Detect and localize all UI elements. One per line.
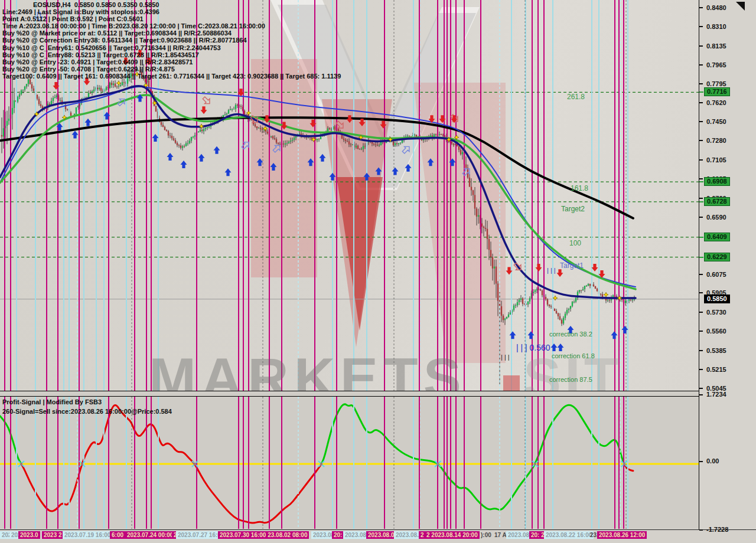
price-tick-label: 0.8480	[706, 4, 726, 11]
symbol-ohlc-line: EOSUSD,H4 0.5850 0.5850 0.5350 0.5850	[33, 1, 341, 8]
watermark-red-block	[503, 375, 520, 391]
entry-line-2: Buy %20 @ Correction Entry38: 0.5611344 …	[2, 37, 341, 44]
price-level-badge: 0.6409	[704, 233, 730, 241]
level-tick-mark	[699, 237, 703, 238]
price-tick-mark	[699, 178, 703, 179]
indicator-title: Profit-Signal | Modified By FSB3	[2, 398, 102, 405]
buy-arrow-icon	[167, 153, 174, 161]
buy-arrow-icon	[225, 168, 232, 176]
indicator-panel[interactable]: Profit-Signal | Modified By FSB3 260-Sig…	[0, 397, 699, 529]
price-level-badge: 0.6229	[704, 253, 730, 261]
buy-arrow-icon	[622, 326, 628, 333]
price-tick-label: 0.7620	[706, 99, 726, 106]
price-tick-mark	[699, 331, 703, 332]
price-level-badge: 0.6728	[704, 197, 730, 206]
price-tick-mark	[699, 83, 703, 84]
price-tick-label: 0.7280	[706, 137, 726, 144]
time-axis-label: 20:	[332, 531, 344, 539]
level-tick-mark	[699, 201, 703, 202]
level-tick-mark	[699, 181, 703, 182]
chart-annotation: 100	[569, 239, 581, 247]
time-axis-label: 2023.0	[18, 531, 40, 539]
buy-arrow-icon	[85, 119, 92, 126]
osc-tick-label: 1.7234	[706, 391, 726, 398]
main-chart[interactable]: MARKETS SIT EOSUSD,H4 0.5850 0.5850 0.53…	[0, 0, 699, 391]
times-line: Time A:2023.08.18 00:00:00 | Time B:2023…	[2, 22, 341, 30]
watermark-text-main: MARKETS	[149, 346, 467, 391]
chart-info-block: EOSUSD,H4 0.5850 0.5850 0.5350 0.5850 Li…	[2, 1, 341, 80]
price-tick-mark	[699, 198, 703, 199]
price-tick-label: 0.8310	[706, 23, 726, 30]
buy-arrow-icon	[181, 161, 187, 168]
entry-line-6: Buy %20 @ Entry -50: 0.4708 | Target:0.6…	[2, 66, 341, 73]
entry-line-5: Buy %20 @ Entry -23: 0.4921 | Target:0.6…	[2, 58, 341, 66]
price-tick-mark	[699, 64, 703, 66]
chart-annotation: correction 61.8	[552, 352, 595, 359]
price-tick-mark	[699, 26, 703, 27]
time-axis-label: ):00	[479, 531, 493, 539]
chart-annotation: correction 38.2	[549, 331, 592, 338]
sell-arrow-icon	[201, 106, 207, 114]
buy-arrow-icon	[152, 134, 159, 142]
signal-line: Line:2469 | Last Signal is:Buy with stop…	[2, 8, 341, 15]
time-axis-label: 2023.07.24 00:00	[125, 531, 175, 539]
price-tick-mark	[699, 312, 703, 313]
price-tick-mark	[699, 292, 703, 293]
time-axis-label: 2023.07.19 16:00	[63, 531, 112, 539]
price-level-badge: 0.7716	[704, 87, 730, 96]
chart-annotation: Target2	[561, 205, 585, 213]
price-tick-label: 0.5730	[706, 309, 726, 316]
mt4-chart-window: MARKETS SIT EOSUSD,H4 0.5850 0.5850 0.53…	[0, 0, 756, 543]
buy-arrow-icon	[510, 331, 516, 339]
price-tick-mark	[699, 388, 703, 389]
chart-annotation: correction 87.5	[549, 376, 592, 383]
price-tick-label: 0.7965	[706, 61, 726, 68]
price-tick-mark	[699, 7, 703, 8]
indicator-signal: 260-Signal=Sell since:2023.08.26 16:00:0…	[2, 408, 172, 415]
chart-annotation: 261.8	[567, 93, 585, 101]
osc-tick-mark	[699, 394, 703, 395]
ma-green	[0, 95, 636, 289]
buy-arrow-icon	[320, 154, 326, 162]
ma-blue-thin	[0, 87, 636, 287]
oscillator-canvas[interactable]	[0, 397, 699, 529]
time-axis-label: 2023.08.22 16:00	[544, 531, 594, 539]
osc-tick-mark	[699, 529, 703, 531]
buy-arrow-icon	[214, 146, 220, 154]
entry-line-4: Buy %10 @ C_Entry88: 0.5213 || Target:0.…	[2, 51, 341, 58]
price-tick-label: 0.7105	[706, 156, 726, 163]
entry-line-3: Buy %10 @ C_Entry61: 0.5420656 || Target…	[2, 44, 341, 51]
time-axis-label: 2 2023.08.14 20:00	[425, 531, 480, 539]
price-tick-label: 0.5385	[706, 347, 726, 354]
time-axis[interactable]: 202:2022023.02023 22023.07.19 16:006:002…	[0, 529, 756, 543]
price-axis[interactable]: 0.84800.83100.81350.79650.77950.76200.74…	[699, 0, 756, 529]
price-tick-label: 0.5560	[706, 328, 726, 335]
price-tick-label: 0.8135	[706, 42, 726, 50]
price-tick-mark	[699, 369, 703, 370]
price-tick-label: 0.6075	[706, 271, 726, 278]
price-tick-mark	[699, 45, 703, 47]
chart-annotation: Target1	[560, 261, 584, 270]
time-axis-label: 2023 2	[42, 531, 64, 539]
scroll-corner-icon[interactable]	[736, 2, 745, 11]
time-axis-label: 6:00	[110, 531, 125, 539]
price-tick-label: 0.7795	[706, 80, 726, 87]
panel-splitter[interactable]	[0, 391, 699, 397]
price-tick-label: 0.7450	[706, 118, 726, 125]
osc-tick-mark	[699, 461, 703, 462]
time-axis-label: 2023.07.30 16:00 23.08.02 08:00	[218, 531, 309, 539]
time-axis-label: 2023.07.27 16:0	[176, 531, 223, 539]
price-tick-mark	[699, 217, 703, 218]
chart-annotation: 161.8	[571, 184, 588, 192]
price-tick-mark	[699, 350, 703, 351]
level-tick-mark	[699, 91, 703, 93]
time-axis-label: 2023.08.26 12:00	[597, 531, 647, 539]
sell-arrow-icon	[592, 264, 598, 272]
price-tick-mark	[699, 102, 703, 103]
osc-tick-label: 0.00	[706, 457, 719, 465]
price-tick-label: 0.6590	[706, 214, 726, 221]
buy-arrow-icon	[198, 154, 205, 162]
buy-arrow-icon	[611, 331, 618, 339]
level-tick-mark	[699, 257, 703, 258]
price-tick-mark	[699, 121, 703, 122]
